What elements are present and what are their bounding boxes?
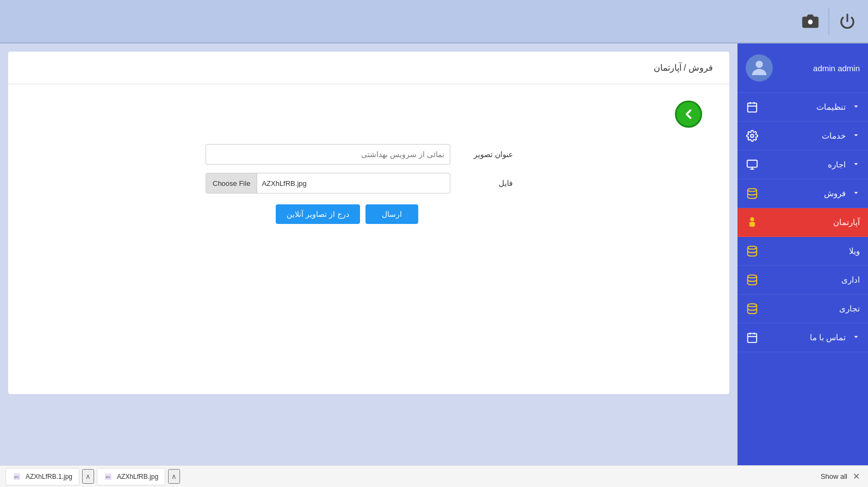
- sidebar-item-edari-left: اداری: [841, 275, 860, 285]
- back-button[interactable]: [675, 101, 702, 128]
- chevron-khadamat-icon: [851, 132, 860, 140]
- file-label: فایل: [458, 179, 513, 188]
- sidebar-item-khadamat[interactable]: خدمات: [737, 122, 868, 151]
- database-icon-villa: [746, 245, 759, 258]
- chevron-ejare-icon: [851, 160, 860, 169]
- database-icon-tejari: [746, 302, 759, 315]
- svg-point-14: [749, 224, 755, 227]
- svg-text:JPG: JPG: [106, 476, 110, 479]
- topbar-divider: [828, 8, 829, 35]
- show-all-button[interactable]: Show all: [821, 472, 847, 480]
- download-item-1[interactable]: JPG AZXhLfRB.1.jpg: [5, 468, 79, 485]
- form-area: عنوان تصویر فایل Choose File AZXhLfRB.jp…: [8, 84, 729, 240]
- breadcrumb-text: فروش / آپارتمان: [654, 63, 713, 73]
- sidebar-khadamat-label: خدمات: [822, 131, 846, 141]
- sidebar-item-forosh[interactable]: فروش: [737, 179, 868, 208]
- sidebar-item-khadamat-left: خدمات: [822, 131, 860, 141]
- sidebar: admin admin تنظیمات: [737, 43, 868, 487]
- sidebar-menu: تنظیمات خدمات: [737, 93, 868, 487]
- file-row: فایل Choose File AZXhLfRB.jpg: [206, 173, 532, 193]
- image-title-input[interactable]: [206, 144, 450, 165]
- image-title-row: عنوان تصویر: [206, 144, 532, 165]
- file-input-wrap: Choose File AZXhLfRB.jpg: [206, 173, 450, 193]
- layout: admin admin تنظیمات: [0, 43, 868, 487]
- sidebar-item-tanzeemat-left: تنظیمات: [816, 102, 860, 112]
- sidebar-item-contact[interactable]: تماس با ما: [737, 323, 868, 352]
- sidebar-item-ejare-left: اجاره: [828, 160, 860, 170]
- sidebar-forosh-label: فروش: [824, 189, 846, 198]
- download-item-1-name: AZXhLfRB.1.jpg: [26, 473, 72, 480]
- content-card: فروش / آپارتمان عنوان تصویر: [8, 52, 729, 394]
- breadcrumb: فروش / آپارتمان: [8, 52, 729, 84]
- svg-point-17: [748, 304, 757, 307]
- sidebar-item-tanzeemat[interactable]: تنظیمات: [737, 93, 868, 122]
- main-content: فروش / آپارتمان عنوان تصویر: [0, 43, 737, 487]
- submit-button[interactable]: ارسال: [365, 204, 418, 224]
- image-title-label: عنوان تصویر: [458, 150, 513, 159]
- power-button[interactable]: [838, 11, 857, 31]
- downloads-bar: JPG AZXhLfRB.1.jpg ∧ JPG AZXhLfRB.jpg ∧ …: [0, 465, 868, 487]
- svg-rect-18: [748, 334, 757, 343]
- database-icon-forosh: [746, 187, 759, 200]
- database-icon-edari: [746, 273, 759, 286]
- sidebar-aparteman-label: آپارتمان: [833, 217, 860, 227]
- sidebar-tejari-label: تجاری: [839, 304, 860, 314]
- sidebar-item-ejare[interactable]: اجاره: [737, 151, 868, 179]
- sidebar-item-villa[interactable]: ویلا: [737, 237, 868, 266]
- choose-file-button[interactable]: Choose File: [206, 173, 257, 193]
- back-button-wrap: [675, 101, 702, 128]
- chevron-forosh-icon: [851, 189, 860, 198]
- monitor-icon-ejare: [746, 158, 759, 171]
- download-item-2[interactable]: JPG AZXhLfRB.jpg: [97, 468, 165, 485]
- download-item-2-name: AZXhLfRB.jpg: [117, 473, 158, 480]
- svg-point-7: [751, 134, 754, 138]
- svg-point-12: [750, 217, 754, 221]
- coins-icon-aparteman: [746, 216, 759, 229]
- sidebar-item-contact-left: تماس با ما: [810, 333, 860, 342]
- svg-point-2: [755, 61, 762, 68]
- sidebar-item-edari[interactable]: اداری: [737, 266, 868, 295]
- sidebar-contact-label: تماس با ما: [810, 333, 846, 342]
- sidebar-item-tejari[interactable]: تجاری: [737, 295, 868, 323]
- svg-rect-3: [748, 103, 757, 113]
- sidebar-item-tejari-left: تجاری: [839, 304, 860, 314]
- topbar: [0, 0, 868, 43]
- chevron-tanzeemat-icon: [851, 103, 860, 111]
- svg-rect-8: [747, 160, 757, 167]
- calendar-icon-contact: [746, 331, 759, 344]
- download-item-1-chevron[interactable]: ∧: [82, 469, 94, 484]
- sidebar-ejare-label: اجاره: [828, 160, 846, 170]
- sidebar-item-villa-left: ویلا: [849, 246, 860, 256]
- sidebar-user: admin admin: [737, 43, 868, 93]
- calendar-icon-tanzeemat: [746, 101, 759, 114]
- download-item-2-chevron[interactable]: ∧: [168, 469, 180, 484]
- sidebar-item-aparteman-left: آپارتمان: [833, 217, 860, 227]
- insert-online-button[interactable]: درج از تصاویر آنلاین: [276, 204, 360, 224]
- chevron-contact-icon: [851, 333, 860, 342]
- form-table: عنوان تصویر فایل Choose File AZXhLfRB.jp…: [206, 144, 532, 224]
- gear-icon-khadamat: [746, 129, 759, 142]
- form-actions: ارسال درج از تصاویر آنلاین: [225, 204, 469, 224]
- sidebar-edari-label: اداری: [841, 275, 860, 285]
- sidebar-villa-label: ویلا: [849, 246, 860, 256]
- sidebar-item-aparteman[interactable]: آپارتمان: [737, 208, 868, 237]
- file-name-display: AZXhLfRB.jpg: [257, 179, 450, 188]
- svg-point-1: [808, 19, 814, 25]
- sidebar-username: admin admin: [813, 64, 860, 73]
- sidebar-tanzeemat-label: تنظیمات: [816, 102, 846, 112]
- close-downloads-button[interactable]: ✕: [850, 471, 863, 482]
- avatar: [746, 54, 773, 82]
- svg-text:JPG: JPG: [14, 476, 19, 479]
- svg-point-16: [748, 275, 757, 278]
- sidebar-item-forosh-left: فروش: [824, 189, 860, 198]
- svg-point-15: [748, 246, 757, 249]
- camera-icon: [801, 11, 820, 31]
- svg-point-11: [748, 189, 757, 192]
